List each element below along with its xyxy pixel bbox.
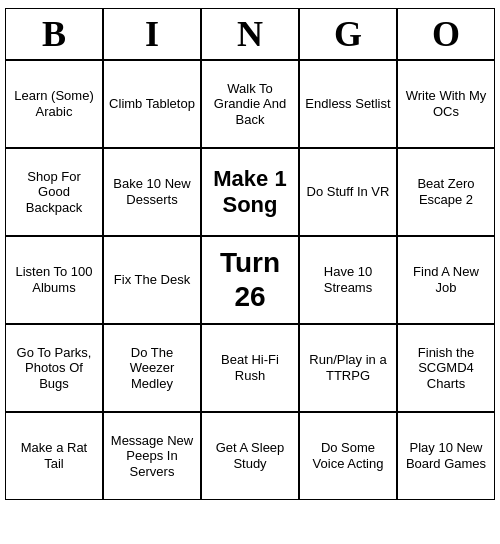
bingo-cell-15: Go To Parks, Photos Of Bugs xyxy=(5,324,103,412)
bingo-cell-5: Shop For Good Backpack xyxy=(5,148,103,236)
bingo-cell-7: Make 1 Song xyxy=(201,148,299,236)
bingo-cell-0: Learn (Some) Arabic xyxy=(5,60,103,148)
bingo-cell-12: Turn 26 xyxy=(201,236,299,324)
bingo-cell-2: Walk To Grandie And Back xyxy=(201,60,299,148)
header-letter-o: O xyxy=(397,8,495,60)
bingo-cell-6: Bake 10 New Desserts xyxy=(103,148,201,236)
bingo-grid: Learn (Some) ArabicClimb TabletopWalk To… xyxy=(5,60,495,500)
bingo-cell-10: Listen To 100 Albums xyxy=(5,236,103,324)
bingo-cell-23: Do Some Voice Acting xyxy=(299,412,397,500)
bingo-cell-21: Message New Peeps In Servers xyxy=(103,412,201,500)
bingo-header: BINGO xyxy=(5,8,495,60)
bingo-cell-14: Find A New Job xyxy=(397,236,495,324)
bingo-cell-4: Write With My OCs xyxy=(397,60,495,148)
bingo-cell-9: Beat Zero Escape 2 xyxy=(397,148,495,236)
bingo-cell-16: Do The Weezer Medley xyxy=(103,324,201,412)
bingo-cell-8: Do Stuff In VR xyxy=(299,148,397,236)
bingo-cell-18: Run/Play in a TTRPG xyxy=(299,324,397,412)
bingo-cell-24: Play 10 New Board Games xyxy=(397,412,495,500)
bingo-cell-1: Climb Tabletop xyxy=(103,60,201,148)
header-letter-g: G xyxy=(299,8,397,60)
bingo-cell-20: Make a Rat Tail xyxy=(5,412,103,500)
bingo-cell-11: Fix The Desk xyxy=(103,236,201,324)
header-letter-b: B xyxy=(5,8,103,60)
header-letter-i: I xyxy=(103,8,201,60)
bingo-cell-19: Finish the SCGMD4 Charts xyxy=(397,324,495,412)
bingo-cell-22: Get A Sleep Study xyxy=(201,412,299,500)
bingo-cell-3: Endless Setlist xyxy=(299,60,397,148)
header-letter-n: N xyxy=(201,8,299,60)
bingo-cell-13: Have 10 Streams xyxy=(299,236,397,324)
bingo-cell-17: Beat Hi-Fi Rush xyxy=(201,324,299,412)
bingo-card: BINGO Learn (Some) ArabicClimb TabletopW… xyxy=(5,8,495,500)
